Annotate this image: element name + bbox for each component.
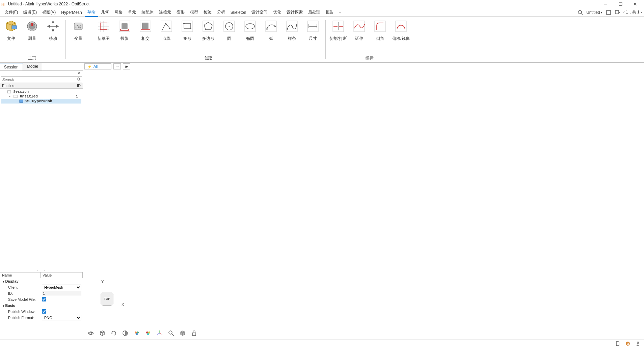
rect-icon bbox=[180, 19, 195, 34]
menu-add-icon[interactable]: + bbox=[337, 10, 343, 15]
select-all-chip[interactable]: All bbox=[84, 63, 111, 69]
eye-icon[interactable] bbox=[87, 329, 95, 337]
ribbon-project-button[interactable]: 投影 bbox=[115, 18, 134, 42]
ribbon-arc-button[interactable]: 弧 bbox=[262, 18, 280, 42]
ribbon-spline-button[interactable]: 样条 bbox=[283, 18, 301, 42]
search-icon[interactable] bbox=[578, 10, 583, 15]
layout-single-icon[interactable] bbox=[606, 10, 611, 15]
svg-text:f(x): f(x) bbox=[75, 24, 81, 29]
layout-add-icon[interactable] bbox=[615, 10, 620, 15]
canvas[interactable]: All ··· ⏮ Y TOP X bbox=[83, 63, 644, 340]
ribbon-arc-label: 弧 bbox=[269, 36, 273, 41]
prop-publishwindow-checkbox[interactable] bbox=[42, 309, 46, 314]
status-warning-icon[interactable] bbox=[625, 341, 630, 346]
view-triad[interactable]: Y TOP X bbox=[100, 292, 114, 306]
colors1-icon[interactable] bbox=[133, 329, 140, 337]
menu-postprocess[interactable]: 后处理 bbox=[305, 8, 323, 17]
menu-edit[interactable]: 编辑(E) bbox=[21, 8, 39, 17]
search-icon[interactable] bbox=[76, 77, 82, 82]
ribbon-fillet-button[interactable]: 倒角 bbox=[371, 18, 389, 42]
svg-point-82 bbox=[169, 331, 172, 334]
ribbon-move-button[interactable]: 移动 bbox=[44, 18, 62, 42]
lock-icon[interactable] bbox=[190, 329, 198, 337]
panel-splitter[interactable]: · · · bbox=[0, 269, 83, 272]
menu-designspace[interactable]: 设计空间 bbox=[249, 8, 270, 17]
menu-model[interactable]: 模型 bbox=[187, 8, 201, 17]
ribbon-variable-button[interactable]: f(x) 变量 bbox=[69, 18, 87, 42]
prop-id-input[interactable] bbox=[42, 291, 81, 296]
shade-icon[interactable] bbox=[122, 329, 129, 337]
ribbon-dimension-button[interactable]: 尺寸 bbox=[304, 18, 322, 42]
menu-report[interactable]: 报告 bbox=[323, 8, 337, 17]
section-display[interactable]: Display bbox=[0, 279, 41, 284]
menu-sketch[interactable]: 草绘 bbox=[85, 8, 98, 17]
ribbon-offsetmirror-button[interactable]: 偏移/镜像 bbox=[392, 18, 410, 42]
canvas-topbar: All ··· ⏮ bbox=[83, 63, 132, 70]
menu-assembly[interactable]: 装配体 bbox=[139, 8, 156, 17]
ribbon-ellipse-label: 椭圆 bbox=[246, 36, 254, 41]
menu-element[interactable]: 单元 bbox=[125, 8, 139, 17]
prop-client-select[interactable]: HyperMesh bbox=[42, 285, 81, 290]
menu-designexplore[interactable]: 设计探索 bbox=[284, 8, 305, 17]
ribbon-measure-button[interactable]: 测量 bbox=[23, 18, 41, 42]
ribbon-circle-button[interactable]: 圆 bbox=[220, 18, 238, 42]
ribbon-pointline-button[interactable]: 点线 bbox=[157, 18, 176, 42]
tree-row-session[interactable]: - Session bbox=[1, 89, 81, 94]
leftpanel-tabs: Session Model bbox=[0, 63, 83, 71]
prop-savemodelfile-checkbox[interactable] bbox=[42, 297, 46, 301]
menu-morph[interactable]: 变形 bbox=[174, 8, 187, 17]
box-icon[interactable] bbox=[99, 329, 106, 337]
panel-close-icon[interactable]: ✕ bbox=[78, 71, 81, 76]
menu-connector[interactable]: 连接元 bbox=[156, 8, 174, 17]
ribbon-rect-button[interactable]: 矩形 bbox=[178, 18, 196, 42]
page-nav-text[interactable]: ‹ 1，共 1 › bbox=[623, 9, 642, 15]
select-more-chip[interactable]: ··· bbox=[113, 63, 121, 69]
ribbon-file-button[interactable]: 文件 bbox=[2, 18, 20, 42]
rotate-icon[interactable] bbox=[110, 329, 117, 337]
status-doc-icon[interactable] bbox=[615, 341, 620, 346]
svg-point-87 bbox=[628, 343, 629, 344]
menu-mesh[interactable]: 网格 bbox=[112, 8, 125, 17]
svg-line-80 bbox=[160, 333, 162, 335]
app-icon: H bbox=[1, 2, 6, 6]
menu-analyze[interactable]: 分析 bbox=[214, 8, 228, 17]
cube-icon[interactable] bbox=[179, 329, 186, 337]
tree-row-w1[interactable]: w1:HyperMesh bbox=[1, 99, 81, 104]
select-reset-chip[interactable]: ⏮ bbox=[123, 63, 130, 69]
ribbon-trim-button[interactable]: 切割/打断 bbox=[329, 18, 347, 42]
menu-skeleton[interactable]: Skeleton bbox=[228, 9, 249, 16]
window-minimize-button[interactable]: ─ bbox=[598, 0, 613, 8]
window-close-button[interactable]: ✕ bbox=[628, 0, 643, 8]
page-dropdown[interactable]: Untitled ▾ bbox=[586, 10, 602, 15]
colors2-icon[interactable] bbox=[144, 329, 152, 337]
zoom-icon[interactable] bbox=[167, 329, 175, 337]
menubar-right: Untitled ▾ ‹ 1，共 1 › bbox=[578, 9, 642, 15]
axis-icon[interactable] bbox=[156, 329, 163, 337]
prop-publishformat-select[interactable]: PNG bbox=[42, 315, 81, 320]
menu-view[interactable]: 视图(V) bbox=[39, 8, 58, 17]
ribbon-spline-label: 样条 bbox=[288, 36, 296, 41]
window-maximize-button[interactable]: ☐ bbox=[613, 0, 628, 8]
ribbon-newsketch-button[interactable]: 新草图 bbox=[95, 18, 113, 42]
tab-session[interactable]: Session bbox=[0, 63, 23, 70]
svg-rect-6 bbox=[12, 26, 17, 29]
menu-verify[interactable]: 检验 bbox=[201, 8, 214, 17]
menu-optimize[interactable]: 优化 bbox=[270, 8, 284, 17]
menubar: 文件(F) 编辑(E) 视图(V) HyperMesh 草绘 几何 网格 单元 … bbox=[0, 8, 644, 17]
menu-hypermesh[interactable]: HyperMesh bbox=[58, 9, 84, 16]
svg-point-74 bbox=[137, 331, 139, 334]
menu-geometry[interactable]: 几何 bbox=[98, 8, 112, 17]
ribbon-polygon-button[interactable]: 多边形 bbox=[199, 18, 217, 42]
status-settings-icon[interactable] bbox=[635, 341, 641, 346]
view-cube[interactable]: TOP bbox=[100, 292, 114, 306]
ribbon-extend-button[interactable]: 延伸 bbox=[350, 18, 368, 42]
menu-file[interactable]: 文件(F) bbox=[2, 8, 21, 17]
search-input[interactable] bbox=[1, 77, 76, 82]
props-table: Name Value Display Client: HyperMesh ID:… bbox=[0, 272, 83, 340]
ribbon-ellipse-button[interactable]: 椭圆 bbox=[241, 18, 259, 42]
tree-row-untitled[interactable]: - Untitled 1 bbox=[1, 94, 81, 99]
ribbon-intersect-button[interactable]: 相交 bbox=[136, 18, 155, 42]
tab-model[interactable]: Model bbox=[23, 63, 43, 70]
section-basic[interactable]: Basic bbox=[0, 303, 41, 308]
svg-point-37 bbox=[183, 23, 185, 24]
